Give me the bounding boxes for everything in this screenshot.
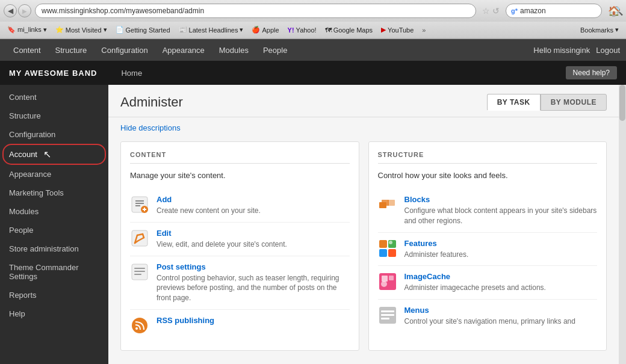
bookmark-bookmarks[interactable]: Bookmarks ▾ xyxy=(577,25,622,35)
sidebar-item-help[interactable]: Help xyxy=(0,304,108,323)
topnav-people[interactable]: People xyxy=(256,41,294,60)
admin-item-add: Add Create new content on your site. xyxy=(130,189,350,223)
svg-point-31 xyxy=(381,281,387,287)
admin-sections: CONTENT Manage your site's content. xyxy=(120,141,607,351)
search-bar[interactable]: g* 🔍 xyxy=(506,4,602,18)
bookmark-apple-label: Apple xyxy=(262,26,279,34)
scrollbar[interactable] xyxy=(619,85,626,364)
svg-rect-26 xyxy=(388,249,396,257)
rss-link[interactable]: RSS publishing xyxy=(156,316,214,325)
browser-chrome: ◀ ▶ www.missinginkshop.com/myawesomeband… xyxy=(0,0,626,39)
content-body: Hide descriptions CONTENT Manage your si… xyxy=(108,117,619,363)
tab-by-module[interactable]: BY MODULE xyxy=(541,94,607,111)
refresh-icon[interactable]: ↺ xyxy=(492,6,500,16)
edit-desc: View, edit, and delete your site's conte… xyxy=(156,239,350,250)
sidebar-item-theme-commander[interactable]: Theme Commander Settings xyxy=(0,258,108,286)
imagecache-desc: Administer imagecache presets and action… xyxy=(404,283,598,293)
bookmark-youtube[interactable]: ▶ YouTube xyxy=(377,25,417,35)
topnav-modules[interactable]: Modules xyxy=(212,41,256,60)
mi-links-icon: 🔖 xyxy=(7,26,16,34)
bookmark-google-maps[interactable]: 🗺 Google Maps xyxy=(321,25,376,35)
sidebar-item-configuration[interactable]: Configuration xyxy=(0,125,108,144)
structure-section-title: STRUCTURE xyxy=(378,151,598,164)
latest-headlines-icon: 📰 xyxy=(179,26,187,34)
post-settings-icon xyxy=(130,262,149,282)
bookmark-yahoo[interactable]: Y! Yahoo! xyxy=(284,25,320,35)
imagecache-link[interactable]: ImageCache xyxy=(404,272,451,281)
svg-rect-14 xyxy=(134,268,145,269)
svg-rect-33 xyxy=(381,310,394,312)
features-desc: Administer features. xyxy=(404,250,598,260)
rss-icon xyxy=(130,316,149,335)
bookmark-getting-started[interactable]: 📄 Getting Started xyxy=(112,25,174,35)
hide-descriptions-link[interactable]: Hide descriptions xyxy=(120,123,181,132)
features-content: Features Administer features. xyxy=(404,239,598,260)
forward-button[interactable]: ▶ xyxy=(18,4,31,17)
admin-item-features: Features Administer features. xyxy=(378,233,598,267)
svg-point-18 xyxy=(135,327,138,330)
menus-link[interactable]: Menus xyxy=(404,306,429,315)
bookmark-most-visited[interactable]: ⭐ Most Visited ▾ xyxy=(52,25,111,35)
imagecache-icon xyxy=(378,272,397,291)
svg-rect-3 xyxy=(135,205,140,206)
sidebar-item-reports[interactable]: Reports xyxy=(0,286,108,304)
topnav-appearance[interactable]: Appearance xyxy=(155,41,212,60)
site-title: MY AWESOME BAND xyxy=(9,69,97,78)
svg-point-27 xyxy=(389,241,392,244)
sidebar-item-account[interactable]: Account ↖ xyxy=(0,144,108,165)
search-input[interactable] xyxy=(520,7,610,15)
page-title: Administer xyxy=(120,94,183,110)
blocks-link[interactable]: Blocks xyxy=(404,195,430,204)
home-link[interactable]: Home xyxy=(121,69,142,78)
edit-icon xyxy=(130,229,149,248)
bookmark-most-visited-label: Most Visited xyxy=(66,26,102,34)
admin-item-imagecache: ImageCache Administer imagecache presets… xyxy=(378,266,598,300)
sidebar-item-appearance[interactable]: Appearance xyxy=(0,165,108,184)
tab-by-task[interactable]: BY TASK xyxy=(487,94,541,111)
admin-item-post-settings: Post settings Control posting behavior, … xyxy=(130,256,350,310)
sidebar-item-structure[interactable]: Structure xyxy=(0,106,108,125)
svg-rect-28 xyxy=(379,273,396,290)
browser-toolbar: ◀ ▶ www.missinginkshop.com/myawesomeband… xyxy=(0,0,626,22)
svg-rect-22 xyxy=(388,200,395,206)
post-settings-link[interactable]: Post settings xyxy=(156,262,206,271)
logout-link[interactable]: Logout xyxy=(596,46,620,55)
menus-icon xyxy=(378,306,397,325)
getting-started-icon: 📄 xyxy=(116,26,124,34)
edit-link[interactable]: Edit xyxy=(156,229,172,238)
bookmark-apple[interactable]: 🍎 Apple xyxy=(248,25,282,35)
bookmark-mi-links[interactable]: 🔖 mi_links ▾ xyxy=(4,25,51,35)
sidebar-item-content[interactable]: Content xyxy=(0,88,108,106)
bookmark-youtube-label: YouTube xyxy=(388,26,414,34)
blocks-content: Blocks Configure what block content appe… xyxy=(404,195,598,226)
sidebar-item-marketing-tools[interactable]: Marketing Tools xyxy=(0,184,108,202)
sidebar-item-people[interactable]: People xyxy=(0,221,108,239)
sidebar-item-store-admin[interactable]: Store administration xyxy=(0,239,108,258)
features-link[interactable]: Features xyxy=(404,239,437,248)
svg-rect-16 xyxy=(134,274,141,275)
sidebar-item-modules[interactable]: Modules xyxy=(0,202,108,221)
topnav-right: Hello missingink Logout xyxy=(533,46,620,55)
topnav-structure[interactable]: Structure xyxy=(48,41,95,60)
more-bookmarks-button[interactable]: » xyxy=(418,25,429,35)
add-item-content: Add Create new content on your site. xyxy=(156,195,350,216)
blocks-icon xyxy=(378,195,397,214)
admin-item-edit: Edit View, edit, and delete your site's … xyxy=(130,223,350,256)
bookmark-star-icon[interactable]: ☆ xyxy=(482,6,490,16)
post-settings-content: Post settings Control posting behavior, … xyxy=(156,262,350,303)
topnav-configuration[interactable]: Configuration xyxy=(94,41,155,60)
bookmark-latest-headlines[interactable]: 📰 Latest Headlines ▾ xyxy=(175,25,247,35)
add-link[interactable]: Add xyxy=(156,195,172,204)
address-bar[interactable]: www.missinginkshop.com/myawesomeband/adm… xyxy=(35,4,476,18)
sidebar-account-label: Account xyxy=(9,150,37,159)
star-icons: ☆ ↺ xyxy=(482,6,500,16)
features-icon xyxy=(378,239,397,258)
content-section-intro: Manage your site's content. xyxy=(130,171,350,180)
scrollbar-thumb[interactable] xyxy=(619,85,625,121)
hello-text: Hello missingink xyxy=(533,46,590,55)
youtube-icon: ▶ xyxy=(381,26,386,34)
back-button[interactable]: ◀ xyxy=(4,4,17,17)
need-help-button[interactable]: Need help? xyxy=(566,66,617,79)
topnav-content[interactable]: Content xyxy=(6,41,48,60)
home-button[interactable]: 🏠 xyxy=(606,2,622,19)
